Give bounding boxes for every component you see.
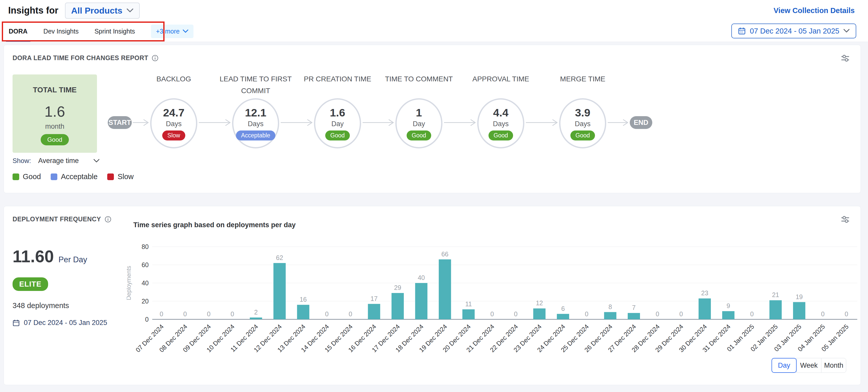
date-range-picker[interactable]: 07 Dec 2024 - 05 Jan 2025 [731, 24, 856, 38]
svg-text:0: 0 [490, 310, 494, 318]
stage-unit: Days [166, 120, 182, 128]
stage-unit: Day [413, 120, 425, 128]
deployment-frequency-title-text: DEPLOYMENT FREQUENCY [12, 215, 101, 223]
svg-text:12: 12 [536, 299, 543, 306]
stage-rating-pill: Acceptable [236, 130, 275, 141]
flow-stage-time-to-comment: TIME TO COMMENT1DayGood [378, 73, 460, 148]
flow-end-pill: END [630, 116, 652, 129]
deployment-rate-unit: Per Day [59, 255, 87, 264]
stage-name: MERGE TIME [542, 73, 624, 98]
svg-text:0: 0 [183, 310, 187, 318]
svg-text:0: 0 [679, 310, 683, 318]
flow-diagram: START END BACKLOG24.7DaysSlowLEAD TIME T… [108, 73, 660, 176]
svg-text:0: 0 [845, 310, 848, 318]
stage-value: 3.9 [575, 107, 590, 119]
tab-list: DORADev InsightsSprint Insights+3 more [9, 21, 193, 42]
svg-text:17: 17 [371, 295, 378, 302]
stage-circle: 1.6DayGood [314, 98, 361, 148]
legend-item-good: Good [12, 173, 41, 181]
stage-rating-pill: Slow [162, 130, 185, 141]
svg-text:40: 40 [142, 279, 149, 287]
legend-label: Acceptable [61, 173, 98, 181]
stage-value: 1 [416, 107, 422, 119]
flow-start-pill: START [108, 116, 132, 129]
info-icon[interactable] [152, 55, 158, 61]
page-header: Insights for All Products View Collectio… [0, 0, 868, 21]
tab-sprint-insights[interactable]: Sprint Insights [94, 21, 135, 42]
stat-date-range-value: 07 Dec 2024 - 05 Jan 2025 [24, 319, 107, 327]
svg-text:60: 60 [142, 261, 149, 268]
svg-text:0: 0 [145, 316, 149, 323]
svg-text:Deployments: Deployments [127, 266, 132, 300]
calendar-icon [738, 27, 746, 35]
stage-unit: Days [575, 120, 591, 128]
svg-text:80: 80 [142, 243, 149, 250]
view-collection-details-link[interactable]: View Collection Details [774, 6, 855, 15]
svg-text:29: 29 [394, 284, 401, 291]
chart-title: Time series graph based on deployments p… [133, 221, 296, 229]
svg-text:0: 0 [656, 310, 659, 318]
svg-text:0: 0 [230, 310, 234, 318]
svg-text:6: 6 [561, 305, 565, 312]
stage-unit: Days [493, 120, 509, 128]
show-value: Average time [38, 157, 79, 165]
flow-stage-pr-creation-time: PR CREATION TIME1.6DayGood [297, 73, 378, 148]
stage-name: APPROVAL TIME [460, 73, 542, 98]
svg-text:0: 0 [348, 310, 352, 318]
stage-value: 12.1 [245, 107, 267, 119]
svg-text:11: 11 [465, 300, 472, 307]
lead-time-report-title: DORA LEAD TIME FOR CHANGES REPORT [12, 54, 158, 62]
chevron-down-icon [843, 29, 849, 33]
stage-name: BACKLOG [133, 73, 215, 98]
granularity-day[interactable]: Day [772, 358, 797, 373]
granularity-month[interactable]: Month [821, 358, 846, 373]
calendar-icon [12, 319, 20, 327]
total-deployments: 348 deployments [12, 301, 69, 310]
stat-date-range: 07 Dec 2024 - 05 Jan 2025 [12, 319, 107, 327]
svg-text:19: 19 [796, 293, 803, 300]
chevron-down-icon [126, 8, 133, 13]
stage-circle: 4.4DaysGood [477, 98, 524, 148]
svg-text:0: 0 [514, 310, 518, 318]
chart-settings-icon[interactable] [840, 54, 850, 63]
stage-circle: 1DayGood [395, 98, 442, 148]
svg-text:0: 0 [750, 310, 754, 318]
stage-rating-pill: Good [325, 130, 350, 141]
svg-text:0: 0 [585, 310, 588, 318]
lead-time-report-title-text: DORA LEAD TIME FOR CHANGES REPORT [12, 54, 148, 62]
stage-circle: 24.7DaysSlow [150, 98, 197, 148]
product-selector-value: All Products [71, 6, 122, 16]
svg-text:20: 20 [142, 298, 149, 305]
svg-text:0: 0 [821, 310, 825, 318]
stage-circle: 12.1DaysAcceptable [232, 98, 279, 148]
svg-text:0: 0 [207, 310, 211, 318]
legend-item-acceptable: Acceptable [51, 173, 98, 181]
total-time-value: 1.6 [44, 103, 65, 120]
total-time-label: TOTAL TIME [33, 86, 77, 94]
stage-unit: Days [248, 120, 264, 128]
stage-name: PR CREATION TIME [297, 73, 378, 98]
stage-circle: 3.9DaysGood [559, 98, 606, 148]
svg-text:2: 2 [254, 309, 258, 316]
flow-stage-merge-time: MERGE TIME3.9DaysGood [542, 73, 624, 148]
deployment-frequency-title: DEPLOYMENT FREQUENCY [12, 215, 111, 223]
tier-badge: ELITE [12, 277, 48, 291]
svg-text:9: 9 [726, 302, 730, 309]
deployment-rate: 11.60 Per Day [12, 247, 87, 266]
product-selector[interactable]: All Products [65, 3, 140, 19]
show-metric-dropdown[interactable]: Show: Average time [12, 157, 99, 165]
deployments-chart: 020406080Deployments007 Dec 2024008 Dec … [127, 237, 859, 359]
svg-text:66: 66 [441, 250, 448, 258]
total-rating-pill: Good [41, 134, 69, 145]
chart-settings-icon[interactable] [840, 215, 850, 225]
flow-stage-lead-time-to-first-commit: LEAD TIME TO FIRST COMMIT12.1DaysAccepta… [215, 73, 297, 148]
granularity-toggle: DayWeekMonth [772, 358, 846, 373]
info-icon[interactable] [105, 216, 111, 222]
more-tabs-chip[interactable]: +3 more [151, 25, 193, 38]
deployment-frequency-card: DEPLOYMENT FREQUENCY Time series graph b… [4, 206, 861, 385]
tab-dora[interactable]: DORA [9, 21, 28, 42]
more-tabs-label: +3 more [156, 28, 180, 35]
tab-dev-insights[interactable]: Dev Insights [43, 21, 79, 42]
granularity-week[interactable]: Week [796, 358, 822, 373]
svg-text:21: 21 [772, 291, 779, 298]
